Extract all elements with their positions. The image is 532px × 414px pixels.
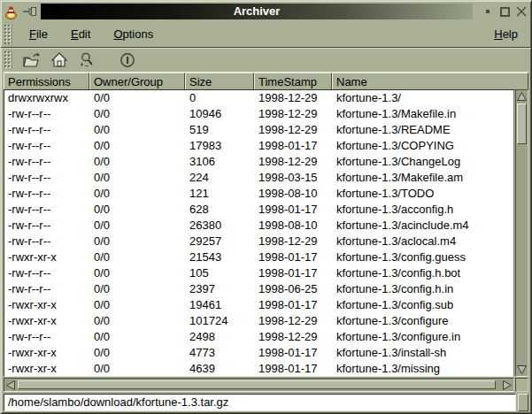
header-size[interactable]: Size [185,73,254,90]
cell-size: 19461 [186,297,255,313]
cell-permissions: -rw-r--r-- [4,170,90,186]
table-row[interactable]: -rw-r--r-- 0/0 121 1998-08-10 kfortune-1… [4,186,513,202]
cell-owner-group: 0/0 [90,345,186,361]
cell-size: 4773 [186,345,255,361]
cell-permissions: -rwxr-xr-x [4,345,90,361]
table-row[interactable]: -rw-r--r-- 0/0 2498 1998-12-29 kfortune-… [4,329,513,345]
table-row[interactable]: -rw-r--r-- 0/0 17983 1998-01-17 kfortune… [4,138,513,154]
table-row[interactable]: -rwxr-xr-x 0/0 4639 1998-01-17 kfortune-… [4,361,513,377]
menu-help[interactable]: Help [490,26,522,42]
cell-owner-group: 0/0 [90,122,186,138]
file-rows: drwxrwxrwx 0/0 0 1998-12-29 kfortune-1.3… [4,90,513,377]
info-icon [119,51,136,69]
minimize-button[interactable] [481,4,495,19]
cell-timestamp: 1998-01-17 [255,202,333,218]
scroll-right-button[interactable] [501,379,513,391]
vertical-scroll-thumb[interactable] [517,104,527,144]
cell-timestamp: 1998-01-17 [255,249,333,265]
toolbar-gripper[interactable] [4,51,12,69]
cell-size: 4639 [186,361,255,377]
archive-path: /home/slambo/download/kfortune-1.3.tar.g… [4,394,516,411]
header-owner-group[interactable]: Owner/Group [89,73,185,90]
archiver-window: Archiver File Edit Options Help [0,0,532,414]
scroll-left-icon [6,380,15,390]
cell-name: kfortune-1.3/Makefile.am [333,170,513,186]
table-row[interactable]: -rw-r--r-- 0/0 26380 1998-08-10 kfortune… [4,218,513,234]
resize-grip[interactable] [518,394,528,411]
scroll-up-button[interactable] [516,90,528,103]
cell-size: 0 [186,90,255,106]
minimize-icon [486,10,490,13]
cell-size: 3106 [186,154,255,170]
header-name[interactable]: Name [332,73,528,90]
table-row[interactable]: -rw-r--r-- 0/0 519 1998-12-29 kfortune-1… [4,122,513,138]
cell-owner-group: 0/0 [90,361,186,377]
header-permissions[interactable]: Permissions [4,73,89,90]
cell-owner-group: 0/0 [90,154,186,170]
titlebar[interactable]: Archiver [4,3,528,20]
scrollbar-corner [515,378,528,392]
open-archive-button[interactable] [21,50,42,70]
table-row[interactable]: -rw-r--r-- 0/0 628 1998-01-17 kfortune-1… [4,202,513,218]
cell-name: kfortune-1.3/missing [333,361,513,377]
cell-name: kfortune-1.3/aclocal.m4 [333,234,513,249]
table-row[interactable]: -rwxr-xr-x 0/0 21543 1998-01-17 kfortune… [4,249,513,265]
horizontal-scroll-thumb[interactable] [18,380,496,389]
cell-owner-group: 0/0 [90,170,186,186]
cell-owner-group: 0/0 [90,297,186,313]
horizontal-scrollbar[interactable] [4,378,514,392]
table-row[interactable]: -rwxr-xr-x 0/0 101724 1998-12-29 kfortun… [4,313,513,329]
cell-size: 519 [186,122,255,138]
cell-timestamp: 1998-12-29 [255,154,333,170]
menu-edit[interactable]: Edit [66,26,95,42]
pin-icon[interactable] [23,5,37,18]
table-row[interactable]: -rwxr-xr-x 0/0 4773 1998-01-17 kfortune-… [4,345,513,361]
horizontal-scrollbar-row [4,378,528,392]
find-button[interactable] [76,50,97,70]
cell-size: 105 [186,265,255,281]
table-row[interactable]: -rw-r--r-- 0/0 105 1998-01-17 kfortune-1… [4,265,513,281]
cell-owner-group: 0/0 [90,313,186,329]
cell-timestamp: 1998-12-29 [255,313,333,329]
table-row[interactable]: -rwxr-xr-x 0/0 19461 1998-01-17 kfortune… [4,297,513,313]
menu-file[interactable]: File [25,26,52,42]
table-row[interactable]: drwxrwxrwx 0/0 0 1998-12-29 kfortune-1.3… [4,90,513,106]
archiver-app-icon[interactable] [4,4,19,19]
magnifier-icon [78,51,96,69]
close-button[interactable] [514,4,528,19]
cell-size: 2498 [186,329,255,345]
scroll-down-button[interactable] [516,364,528,376]
cell-permissions: -rw-r--r-- [4,281,90,297]
table-row[interactable]: -rw-r--r-- 0/0 10946 1998-12-29 kfortune… [4,106,513,122]
cell-name: kfortune-1.3/ [333,90,513,106]
table-row[interactable]: -rw-r--r-- 0/0 224 1998-03-15 kfortune-1… [4,170,513,186]
list-area: drwxrwxrwx 0/0 0 1998-12-29 kfortune-1.3… [4,89,528,377]
menu-options[interactable]: Options [109,26,158,42]
cell-owner-group: 0/0 [90,90,186,106]
vertical-scrollbar[interactable] [515,89,528,377]
scroll-left-button[interactable] [4,379,17,391]
cell-name: kfortune-1.3/acconfig.h [333,202,513,218]
table-row[interactable]: -rw-r--r-- 0/0 29257 1998-12-29 kfortune… [4,234,513,249]
cell-permissions: -rw-r--r-- [4,138,90,154]
table-row[interactable]: -rw-r--r-- 0/0 2397 1998-06-25 kfortune-… [4,281,513,297]
cell-timestamp: 1998-12-29 [255,106,333,122]
cell-permissions: -rw-r--r-- [4,122,90,138]
close-icon [515,5,528,18]
cell-timestamp: 1998-08-10 [255,186,333,202]
maximize-button[interactable] [497,4,512,19]
cell-size: 29257 [186,234,255,249]
cell-size: 17983 [186,138,255,154]
cell-permissions: -rwxr-xr-x [4,297,90,313]
home-button[interactable] [49,50,70,70]
cell-permissions: -rw-r--r-- [4,186,90,202]
cell-name: kfortune-1.3/README [333,122,513,138]
header-timestamp[interactable]: TimeStamp [254,73,332,90]
menubar-gripper[interactable] [4,25,12,44]
cell-permissions: -rw-r--r-- [4,106,90,122]
cell-name: kfortune-1.3/install-sh [333,345,513,361]
info-button[interactable] [117,50,138,70]
table-row[interactable]: -rw-r--r-- 0/0 3106 1998-12-29 kfortune-… [4,154,513,170]
cell-size: 224 [186,170,255,186]
cell-owner-group: 0/0 [90,281,186,297]
